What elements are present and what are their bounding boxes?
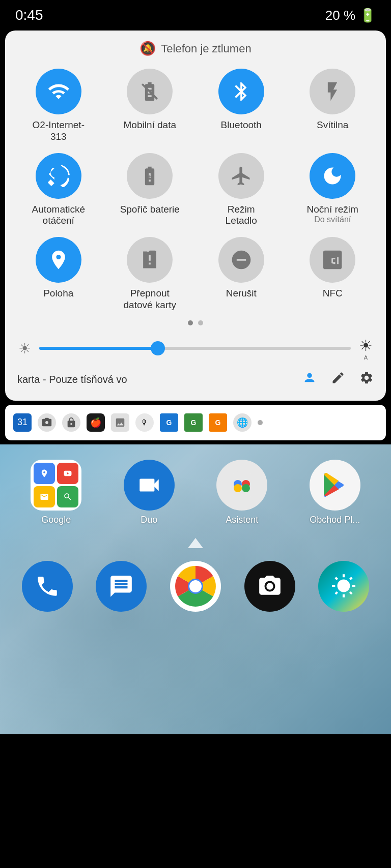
app-assistant[interactable]: Asistent — [198, 460, 286, 525]
status-time: 0:45 — [15, 7, 43, 23]
drawer-calendar-icon[interactable]: 31 — [13, 413, 32, 432]
drawer-g3-icon[interactable]: G — [209, 413, 227, 432]
brightness-track — [39, 347, 351, 350]
qs-flashlight-label: Svítilna — [317, 119, 348, 131]
duo-icon[interactable] — [124, 460, 175, 511]
qs-nfc[interactable]: NFC — [290, 237, 376, 311]
brightness-high-icon: ☀ — [359, 337, 373, 354]
qs-bluetooth-label: Bluetooth — [221, 119, 262, 131]
quick-settings-grid: O2-Internet-313 Mobilní data Bluetooth S… — [15, 69, 376, 311]
qs-flashlight[interactable]: Svítilna — [290, 69, 376, 143]
brightness-low-icon: ☀ — [18, 340, 31, 357]
qs-rotation-circle[interactable] — [36, 153, 81, 199]
dock — [0, 561, 391, 627]
drawer-globe-icon[interactable]: 🌐 — [233, 413, 252, 432]
google-icon[interactable] — [31, 460, 81, 511]
pagination-dots — [15, 320, 376, 325]
dock-weather[interactable] — [318, 561, 369, 612]
qs-battery-saver-circle[interactable]: + — [127, 153, 173, 199]
battery-percentage: 20 % — [325, 8, 355, 23]
status-right: 20 % 🔋 — [325, 8, 376, 23]
drawer-g2-icon[interactable]: G — [184, 413, 203, 432]
qs-location-circle[interactable] — [36, 237, 81, 283]
brightness-row: ☀ ☀ A — [15, 337, 376, 361]
drawer-assistant-icon[interactable]: 🎙 — [135, 413, 154, 432]
brightness-thumb[interactable] — [151, 341, 165, 355]
qs-wifi-circle[interactable] — [36, 69, 81, 114]
dot-2[interactable] — [198, 320, 203, 325]
svg-point-10 — [189, 580, 202, 592]
assistant-label: Asistent — [226, 515, 258, 525]
qs-mobile-data-label: Mobilní data — [123, 119, 176, 131]
brightness-auto-label: A — [364, 354, 368, 361]
dot-1[interactable] — [188, 320, 193, 325]
play-store-label: Obchod Pl... — [310, 515, 360, 525]
drawer-lock-icon[interactable] — [62, 413, 80, 432]
phone-icon[interactable] — [22, 561, 73, 612]
chrome-icon[interactable] — [170, 561, 221, 612]
messages-icon[interactable] — [96, 561, 147, 612]
weather-icon[interactable] — [318, 561, 369, 612]
qs-sim-switch-label: Přepnout datové karty — [119, 288, 180, 311]
app-grid: Google Duo Asistent — [0, 444, 391, 530]
qs-battery-saver-label: Spořič baterie — [120, 204, 180, 216]
qs-sim-switch-circle[interactable] — [127, 237, 173, 283]
drawer-camera-icon[interactable] — [38, 413, 56, 432]
play-store-icon[interactable] — [310, 460, 360, 511]
up-chevron[interactable] — [0, 530, 391, 561]
qs-dnd[interactable]: Nerušit — [198, 237, 285, 311]
svg-text:+: + — [148, 172, 152, 180]
drawer-g1-icon[interactable]: G — [160, 413, 178, 432]
qs-wifi[interactable]: O2-Internet-313 — [15, 69, 102, 143]
qs-location-label: Poloha — [43, 288, 73, 300]
drawer-photos-icon[interactable] — [111, 413, 129, 432]
brightness-auto: ☀ A — [359, 337, 373, 361]
qs-rotation[interactable]: Automatické otáčení — [15, 153, 102, 227]
assistant-icon[interactable] — [216, 460, 267, 511]
svg-point-2 — [307, 373, 312, 377]
app-play-store[interactable]: Obchod Pl... — [291, 460, 379, 525]
notification-panel: 🔕 Telefon je ztlumen O2-Internet-313 Mob… — [5, 31, 386, 401]
drawer-apple-icon[interactable]: 🍎 — [87, 413, 105, 432]
carrier-text: karta - Pouze tísňová vo — [17, 374, 302, 385]
silent-text: Telefon je ztlumen — [161, 42, 251, 55]
qs-night[interactable]: Noční režim Do svítání — [290, 153, 376, 227]
qs-flashlight-circle[interactable] — [310, 69, 355, 114]
qs-nfc-circle[interactable] — [310, 237, 355, 283]
svg-point-3 — [228, 471, 256, 499]
google-label: Google — [41, 515, 71, 525]
qs-dnd-circle[interactable] — [218, 237, 264, 283]
qs-mobile-data[interactable]: Mobilní data — [107, 69, 193, 143]
settings-icon[interactable] — [359, 371, 374, 388]
app-duo[interactable]: Duo — [105, 460, 193, 525]
qs-night-sublabel: Do svítání — [307, 215, 358, 224]
qs-nfc-label: NFC — [323, 288, 343, 300]
battery-icon: 🔋 — [359, 8, 376, 23]
dock-messages[interactable] — [96, 561, 147, 612]
silent-icon: 🔕 — [139, 41, 156, 56]
camera-icon[interactable] — [244, 561, 295, 612]
qs-airplane-label: Režim Letadlo — [211, 204, 272, 227]
qs-airplane[interactable]: Režim Letadlo — [198, 153, 285, 227]
brightness-slider[interactable] — [39, 347, 351, 350]
qs-location[interactable]: Poloha — [15, 237, 102, 311]
qs-night-label: Noční režim — [307, 204, 358, 215]
svg-point-7 — [242, 484, 250, 492]
qs-sim-switch[interactable]: Přepnout datové karty — [107, 237, 193, 311]
home-screen: Google Duo Asistent — [0, 444, 391, 734]
qs-airplane-circle[interactable] — [218, 153, 264, 199]
edit-icon[interactable] — [331, 371, 345, 388]
brightness-fill — [39, 347, 158, 350]
dock-chrome[interactable] — [170, 561, 221, 612]
app-google[interactable]: Google — [12, 460, 100, 525]
qs-night-circle[interactable] — [310, 153, 355, 199]
qs-bluetooth-circle[interactable] — [218, 69, 264, 114]
qs-mobile-data-circle[interactable] — [127, 69, 173, 114]
silent-banner: 🔕 Telefon je ztlumen — [15, 41, 376, 56]
user-icon[interactable] — [302, 371, 317, 388]
dock-camera[interactable] — [244, 561, 295, 612]
qs-battery-saver[interactable]: + Spořič baterie — [107, 153, 193, 227]
qs-bluetooth[interactable]: Bluetooth — [198, 69, 285, 143]
status-bar: 0:45 20 % 🔋 — [0, 0, 391, 31]
dock-phone[interactable] — [22, 561, 73, 612]
